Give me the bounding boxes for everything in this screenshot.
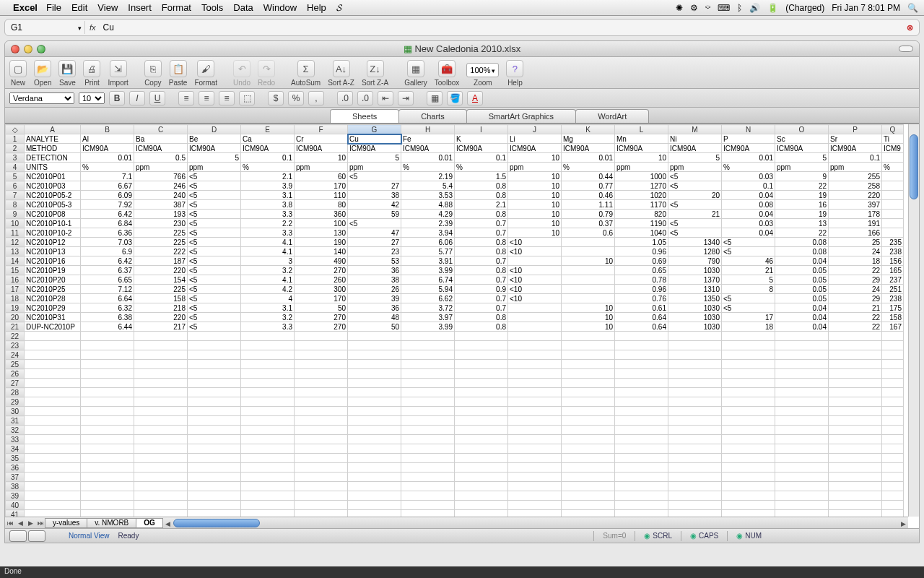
cell[interactable]: 1310: [668, 285, 722, 294]
cell[interactable]: %: [401, 163, 455, 172]
column-header[interactable]: N: [722, 125, 775, 134]
cell[interactable]: [348, 501, 401, 510]
cell[interactable]: NC2010P25: [25, 285, 81, 294]
cell[interactable]: 222: [134, 247, 188, 256]
cell[interactable]: DETECTION: [25, 153, 81, 163]
cell[interactable]: [882, 444, 904, 454]
cell[interactable]: [348, 379, 401, 388]
cell[interactable]: [508, 313, 562, 322]
cell[interactable]: 220: [134, 266, 188, 275]
cell[interactable]: 3.8: [241, 200, 295, 210]
row-header[interactable]: 6: [6, 181, 25, 191]
cell[interactable]: [188, 482, 241, 491]
row-header[interactable]: 32: [6, 426, 25, 435]
cell[interactable]: [562, 482, 615, 491]
cell[interactable]: 6.84: [81, 219, 134, 228]
cell[interactable]: 7.1: [81, 172, 134, 181]
cell[interactable]: 3.2: [241, 313, 295, 322]
cell[interactable]: 130: [295, 228, 348, 238]
cell[interactable]: 4.1: [241, 247, 295, 256]
cell[interactable]: [722, 397, 775, 407]
cell[interactable]: Sr: [829, 134, 882, 144]
cell[interactable]: 6.67: [81, 181, 134, 191]
cell[interactable]: [508, 454, 562, 463]
cell[interactable]: 0.01: [401, 153, 455, 163]
cell[interactable]: [775, 369, 829, 379]
row-header[interactable]: 38: [6, 482, 25, 491]
cell[interactable]: NC2010P19: [25, 266, 81, 275]
cell[interactable]: [348, 332, 401, 341]
cell[interactable]: [455, 350, 508, 360]
cell[interactable]: 238: [882, 247, 904, 256]
help-button[interactable]: ?: [506, 60, 523, 77]
cell[interactable]: [295, 341, 348, 350]
row-header[interactable]: 26: [6, 369, 25, 379]
cell[interactable]: 1350: [668, 294, 722, 303]
cell[interactable]: <5: [668, 228, 722, 238]
cell[interactable]: [401, 454, 455, 463]
cell[interactable]: [295, 416, 348, 426]
cell[interactable]: ppm: [508, 163, 562, 172]
keyboard-icon[interactable]: ⌨: [718, 3, 730, 13]
menu-help[interactable]: Help: [307, 2, 326, 13]
cell[interactable]: [25, 454, 81, 463]
cell[interactable]: [882, 191, 904, 200]
cell[interactable]: [615, 360, 668, 369]
cell[interactable]: [615, 397, 668, 407]
cell[interactable]: [81, 341, 134, 350]
cell[interactable]: [81, 388, 134, 397]
cell[interactable]: ICM90A: [829, 144, 882, 153]
row-header[interactable]: 23: [6, 341, 25, 350]
cell[interactable]: [295, 379, 348, 388]
cell[interactable]: [401, 444, 455, 454]
cell[interactable]: 24: [829, 247, 882, 256]
cell[interactable]: NC2010P12: [25, 238, 81, 247]
increase-decimal-button[interactable]: .0: [337, 91, 353, 105]
cell[interactable]: [401, 350, 455, 360]
cell[interactable]: 10: [508, 210, 562, 219]
cell[interactable]: ICM90A: [241, 144, 295, 153]
cell[interactable]: <5: [188, 322, 241, 332]
cell[interactable]: [775, 454, 829, 463]
cell[interactable]: [562, 388, 615, 397]
cell[interactable]: [775, 482, 829, 491]
font-select[interactable]: Verdana: [9, 92, 74, 104]
cell[interactable]: [81, 463, 134, 473]
cell[interactable]: [668, 350, 722, 360]
cell[interactable]: [188, 444, 241, 454]
cell[interactable]: <5: [668, 181, 722, 191]
sort-desc-button[interactable]: Z↓: [367, 60, 384, 77]
cell[interactable]: 13: [775, 219, 829, 228]
cell[interactable]: 19: [775, 191, 829, 200]
cell[interactable]: <5: [188, 303, 241, 313]
cell[interactable]: [295, 350, 348, 360]
cell[interactable]: [615, 435, 668, 444]
cell[interactable]: <5: [188, 200, 241, 210]
cell[interactable]: [134, 360, 188, 369]
cell[interactable]: 0.69: [615, 256, 668, 266]
cell[interactable]: <5: [188, 285, 241, 294]
cell[interactable]: 0.7: [455, 228, 508, 238]
cell[interactable]: [81, 369, 134, 379]
cell[interactable]: 0.8: [455, 247, 508, 256]
cell[interactable]: [348, 416, 401, 426]
cell[interactable]: [668, 369, 722, 379]
fill-color-button[interactable]: 🪣: [447, 91, 463, 105]
cell[interactable]: 0.65: [615, 266, 668, 275]
cell[interactable]: [25, 435, 81, 444]
cell[interactable]: [775, 416, 829, 426]
cell[interactable]: 0.96: [615, 285, 668, 294]
spotlight-icon[interactable]: 🔍: [907, 3, 918, 13]
cell[interactable]: 240: [134, 191, 188, 200]
cell[interactable]: <10: [508, 247, 562, 256]
cell[interactable]: <10: [508, 238, 562, 247]
cell[interactable]: [882, 397, 904, 407]
cell[interactable]: 225: [134, 285, 188, 294]
cell[interactable]: [668, 332, 722, 341]
cell[interactable]: [508, 303, 562, 313]
cell[interactable]: 6.65: [81, 275, 134, 285]
zoom-select[interactable]: 100%: [466, 63, 499, 77]
cell[interactable]: [241, 463, 295, 473]
formula-close-icon[interactable]: ⊗: [907, 23, 913, 33]
paste-button[interactable]: 📋: [170, 60, 187, 77]
